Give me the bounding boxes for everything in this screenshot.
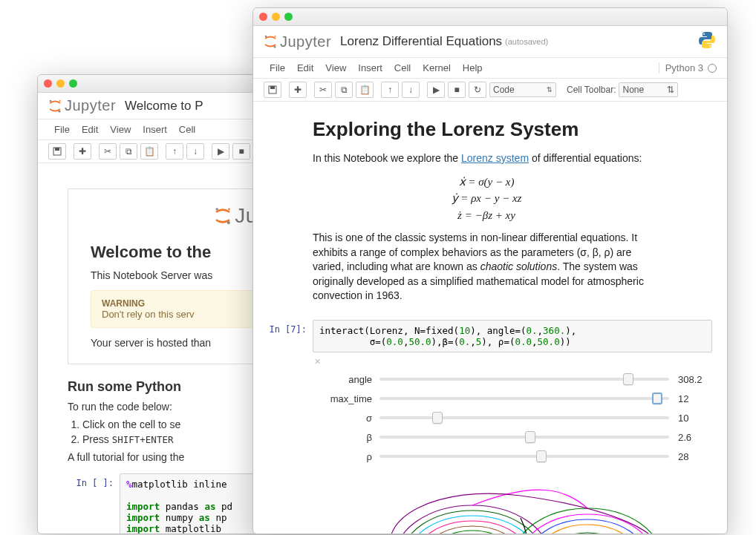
foreground-notebook-window: Jupyter Lorenz Differential Equations (a…	[252, 7, 728, 534]
slider-angle[interactable]: angle308.2	[313, 370, 712, 389]
copy-button[interactable]: ⧉	[335, 82, 353, 98]
eq1: ẋ = σ(y − x)	[313, 174, 660, 191]
notebook-title[interactable]: Lorenz Differential Equations	[340, 34, 502, 49]
menu-insert[interactable]: Insert	[352, 59, 388, 76]
copy-button[interactable]: ⧉	[120, 143, 137, 160]
eq3: ż = −βz + xy	[313, 207, 660, 224]
menu-kernel[interactable]: Kernel	[417, 59, 457, 76]
close-widget-icon[interactable]: ✕	[313, 357, 712, 367]
save-button[interactable]	[48, 143, 66, 160]
svg-point-18	[414, 521, 530, 534]
slider-value: 12	[678, 393, 712, 404]
input-prompt: In [7]:	[261, 320, 313, 352]
restart-button[interactable]: ↻	[469, 82, 486, 98]
menu-view[interactable]: View	[319, 59, 352, 76]
slider-value: 308.2	[678, 374, 712, 385]
lorenz-link[interactable]: Lorenz system	[461, 152, 529, 164]
move-up-button[interactable]: ↑	[166, 143, 183, 160]
svg-point-6	[227, 221, 230, 224]
menu-file[interactable]: File	[264, 59, 291, 76]
code-input[interactable]: interact(Lorenz, N=fixed(10), angle=(0.,…	[313, 320, 712, 352]
zoom-dot-icon[interactable]	[69, 79, 77, 88]
menu-file[interactable]: File	[48, 121, 76, 138]
markdown-cell[interactable]: Exploring the Lorenz System In this Note…	[261, 109, 712, 315]
jupyter-orbit-icon	[264, 34, 277, 49]
celltype-select[interactable]: Code ⇅	[489, 82, 556, 97]
equations: ẋ = σ(y − x) ẏ = ρx − y − xz ż = −βz + x…	[313, 174, 660, 224]
autosaved-label: (autosaved)	[505, 37, 548, 46]
stop-button[interactable]: ■	[448, 82, 466, 98]
menu-help[interactable]: Help	[457, 59, 489, 76]
minimize-dot-icon[interactable]	[272, 13, 280, 21]
input-prompt: In [ ]:	[68, 473, 120, 534]
svg-point-5	[216, 208, 218, 210]
menu-edit[interactable]: Edit	[291, 59, 319, 76]
svg-point-26	[528, 519, 647, 534]
add-cell-button[interactable]: ✚	[289, 82, 307, 98]
svg-point-7	[228, 209, 230, 211]
slider-value: 10	[678, 413, 712, 424]
close-dot-icon[interactable]	[259, 13, 267, 21]
svg-point-10	[275, 36, 276, 37]
slider-thumb[interactable]	[652, 393, 662, 404]
slider-thumb[interactable]	[525, 431, 535, 443]
slider-max_time[interactable]: max_time12	[313, 389, 712, 408]
slider-label: β	[313, 432, 379, 443]
slider-thumb[interactable]	[432, 412, 443, 424]
slider-value: 28	[678, 451, 712, 462]
menu-cell[interactable]: Cell	[173, 121, 201, 138]
slider-label: ρ	[313, 451, 379, 462]
slider-σ[interactable]: σ10	[313, 408, 712, 427]
slider-track[interactable]	[379, 416, 669, 419]
slider-thumb[interactable]	[623, 373, 633, 385]
menu-cell[interactable]: Cell	[388, 59, 417, 76]
widget-output: ✕ angle308.2max_time12σ10β2.6ρ28	[313, 352, 712, 534]
slider-track[interactable]	[379, 378, 669, 381]
stop-button[interactable]: ■	[232, 143, 250, 160]
paste-button[interactable]: 📋	[140, 143, 158, 160]
slider-track[interactable]	[379, 397, 669, 400]
slider-ρ[interactable]: ρ28	[313, 447, 712, 466]
run-button[interactable]: ▶	[427, 82, 445, 98]
menu-edit[interactable]: Edit	[76, 121, 104, 138]
minimize-dot-icon[interactable]	[56, 79, 65, 88]
jupyter-wordmark: Jupyter	[280, 33, 331, 50]
kernel-status-icon	[708, 64, 717, 73]
add-cell-button[interactable]: ✚	[74, 143, 91, 160]
kernel-name: Python 3	[665, 62, 703, 73]
save-button[interactable]	[264, 82, 281, 98]
svg-point-1	[58, 110, 60, 112]
move-down-button[interactable]: ↓	[402, 82, 420, 98]
move-up-button[interactable]: ↑	[381, 82, 399, 98]
python-logo-icon	[697, 30, 717, 53]
zoom-dot-icon[interactable]	[284, 13, 293, 21]
menubar: File Edit View Insert Cell Kernel Help P…	[253, 58, 727, 79]
cell-toolbar-select[interactable]: None ⇅	[619, 82, 678, 97]
jupyter-wordmark: Jupyter	[65, 97, 116, 114]
celltype-value: Code	[493, 85, 515, 95]
jupyter-logo: Jupyter	[48, 97, 116, 114]
notebook-title[interactable]: Welcome to P	[125, 99, 203, 114]
chevron-updown-icon: ⇅	[547, 86, 553, 93]
slider-β[interactable]: β2.6	[313, 427, 712, 447]
svg-point-28	[544, 533, 630, 534]
cut-button[interactable]: ✂	[99, 143, 117, 160]
cell-toolbar-label: Cell Toolbar:	[567, 85, 616, 95]
menu-insert[interactable]: Insert	[137, 121, 173, 138]
code-cell[interactable]: In [7]: interact(Lorenz, N=fixed(10), an…	[261, 320, 712, 352]
slider-value: 2.6	[678, 432, 712, 443]
jupyter-orbit-icon	[214, 206, 232, 226]
menu-view[interactable]: View	[104, 121, 137, 138]
slider-track[interactable]	[379, 436, 669, 439]
paste-button[interactable]: 📋	[356, 82, 374, 98]
jupyter-orbit-icon	[48, 99, 62, 114]
cut-button[interactable]: ✂	[314, 82, 332, 98]
kernel-indicator: Python 3	[659, 62, 717, 73]
titlebar	[253, 8, 727, 26]
slider-track[interactable]	[379, 455, 669, 458]
slider-thumb[interactable]	[536, 450, 547, 462]
run-button[interactable]: ▶	[212, 143, 229, 160]
move-down-button[interactable]: ↓	[186, 143, 204, 160]
close-dot-icon[interactable]	[44, 79, 52, 88]
md-intro: In this Notebook we explore the Lorenz s…	[313, 151, 660, 166]
